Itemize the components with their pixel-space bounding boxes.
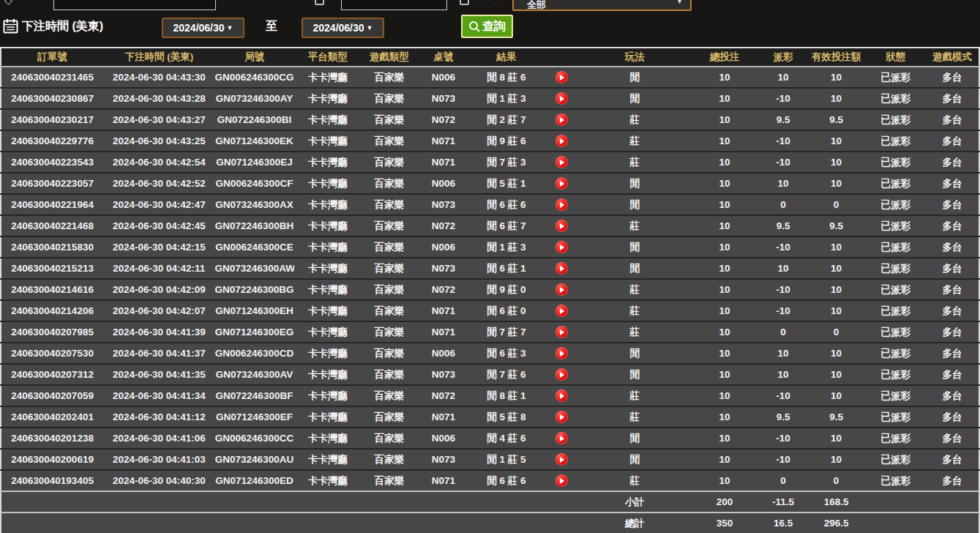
cell-bet: 10	[689, 449, 759, 470]
cell-order: 240630040231465	[1, 67, 103, 88]
cell-bet: 10	[689, 152, 759, 173]
bet-time-label: 下注時間 (美東)	[22, 19, 103, 34]
cell-status: 已派彩	[866, 88, 926, 109]
cell-play: 閒	[580, 258, 689, 279]
cell-game: 百家樂	[362, 428, 417, 449]
subtotal-empty	[866, 491, 926, 512]
cell-result: 閒 9 莊 6	[470, 130, 543, 152]
search-button[interactable]: 查詢	[461, 15, 513, 38]
cell-time: 2024-06-30 04:42:47	[103, 194, 214, 215]
cell-payout: -10	[759, 88, 807, 109]
cropped-select[interactable]: 全部 ▼	[512, 0, 692, 11]
cell-valid: 9.5	[807, 406, 866, 428]
replay-play-icon[interactable]	[556, 305, 568, 317]
cell-round: GN072246300BG	[214, 279, 293, 300]
replay-play-icon[interactable]	[556, 262, 568, 275]
cell-order: 240630040214616	[1, 279, 103, 300]
cell-mode: 多台	[926, 194, 979, 215]
cell-status: 已派彩	[866, 194, 926, 215]
cell-tableNo: N072	[417, 279, 470, 300]
replay-play-icon[interactable]	[556, 113, 568, 126]
cell-game: 百家樂	[362, 300, 417, 321]
replay-play-icon[interactable]	[556, 241, 568, 253]
cell-play: 莊	[580, 152, 689, 173]
cell-order: 240630040223543	[1, 152, 103, 173]
cell-play: 莊	[580, 130, 689, 152]
date-range-to-label: 至	[266, 19, 277, 34]
date-to-picker[interactable]: 2024/06/30▼	[302, 18, 384, 38]
date-from-picker[interactable]: 2024/06/30▼	[162, 18, 244, 38]
cell-play: 閒	[580, 364, 689, 385]
cell-valid: 10	[807, 258, 866, 279]
cell-play: 莊	[580, 385, 689, 406]
cropped-text-input-2[interactable]	[341, 0, 447, 10]
replay-play-icon[interactable]	[556, 411, 568, 423]
cell-result: 閒 6 莊 6	[470, 470, 543, 491]
cell-game: 百家樂	[362, 364, 417, 385]
replay-play-icon[interactable]	[556, 71, 568, 83]
cell-status: 已派彩	[866, 470, 926, 491]
cell-round: GN006246300CF	[214, 173, 293, 194]
cell-payout: -10	[759, 152, 807, 173]
cell-replay	[543, 300, 580, 321]
replay-play-icon[interactable]	[556, 347, 568, 359]
replay-play-icon[interactable]	[556, 326, 568, 338]
replay-play-icon[interactable]	[556, 92, 568, 105]
cell-play: 莊	[580, 300, 689, 321]
cell-valid: 10	[807, 67, 866, 88]
table-row: 2406300402230572024-06-30 04:42:52GN0062…	[1, 173, 979, 194]
cell-status: 已派彩	[866, 406, 926, 428]
cell-mode: 多台	[926, 279, 979, 300]
replay-play-icon[interactable]	[556, 198, 568, 211]
cell-result: 閒 7 莊 6	[470, 364, 543, 385]
table-row: 2406300402152132024-06-30 04:42:11GN0732…	[1, 258, 979, 279]
replay-play-icon[interactable]	[556, 283, 568, 296]
cell-replay	[543, 130, 580, 152]
subtotal-valid: 168.5	[807, 491, 866, 512]
cell-tableNo: N071	[417, 470, 470, 491]
cell-payout: 0	[759, 194, 807, 215]
cell-platform: 卡卡灣廳	[294, 406, 362, 428]
cropped-text-input-1[interactable]	[53, 0, 216, 10]
cell-order: 240630040207985	[1, 321, 103, 343]
replay-play-icon[interactable]	[556, 453, 568, 466]
replay-play-icon[interactable]	[556, 156, 568, 168]
cell-status: 已派彩	[866, 321, 926, 343]
search-icon	[468, 20, 481, 33]
cell-play: 閒	[580, 449, 689, 470]
cell-payout: -10	[759, 385, 807, 406]
cell-round: GN073246300AW	[214, 258, 293, 279]
cell-result: 閒 6 莊 3	[470, 343, 543, 364]
table-row: 2406300402146162024-06-30 04:42:09GN0722…	[1, 279, 979, 300]
replay-play-icon[interactable]	[556, 177, 568, 190]
cell-game: 百家樂	[362, 470, 417, 491]
column-header-valid: 有效投注額	[807, 48, 866, 67]
total-bet: 350	[689, 512, 759, 533]
cell-replay	[543, 406, 580, 428]
replay-play-icon[interactable]	[556, 135, 568, 147]
cell-mode: 多台	[926, 109, 979, 130]
replay-play-icon[interactable]	[556, 368, 568, 381]
replay-play-icon[interactable]	[556, 390, 568, 402]
replay-play-icon[interactable]	[556, 220, 568, 232]
cell-replay	[543, 173, 580, 194]
cell-time: 2024-06-30 04:42:54	[103, 152, 214, 173]
cell-payout: -10	[759, 236, 807, 258]
column-header-result: 結果	[470, 48, 543, 67]
cell-round: GN072246300BI	[214, 109, 293, 130]
cell-order: 240630040207312	[1, 364, 103, 385]
cell-bet: 10	[689, 279, 759, 300]
table-row: 2406300402073122024-06-30 04:41:35GN0732…	[1, 364, 979, 385]
cell-mode: 多台	[926, 300, 979, 321]
replay-play-icon[interactable]	[556, 474, 568, 487]
table-row: 2406300402024012024-06-30 04:41:12GN0712…	[1, 406, 979, 428]
cell-order: 240630040207059	[1, 385, 103, 406]
cell-time: 2024-06-30 04:42:09	[103, 279, 214, 300]
cell-mode: 多台	[926, 173, 979, 194]
cell-status: 已派彩	[866, 449, 926, 470]
cell-platform: 卡卡灣廳	[294, 194, 362, 215]
cell-order: 240630040214206	[1, 300, 103, 321]
cell-payout: 10	[759, 67, 807, 88]
cell-result: 閒 8 莊 1	[470, 385, 543, 406]
replay-play-icon[interactable]	[556, 432, 568, 444]
